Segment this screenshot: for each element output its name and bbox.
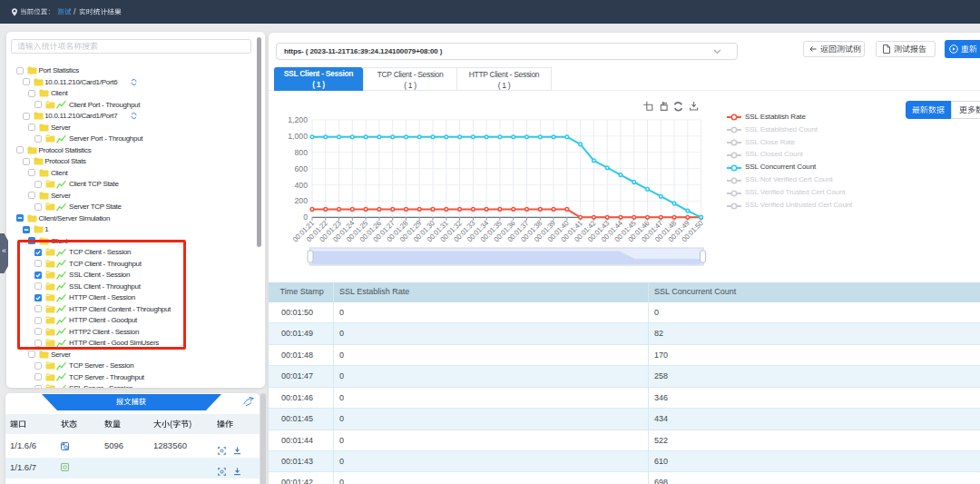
svg-text:600: 600 [295, 164, 309, 173]
svg-text:0: 0 [303, 212, 308, 222]
svg-text:200: 200 [295, 196, 309, 205]
svg-text:800: 800 [295, 148, 309, 157]
svg-text:400: 400 [295, 181, 309, 190]
svg-text:1,200: 1,200 [288, 115, 308, 124]
svg-text:1,000: 1,000 [288, 132, 308, 141]
